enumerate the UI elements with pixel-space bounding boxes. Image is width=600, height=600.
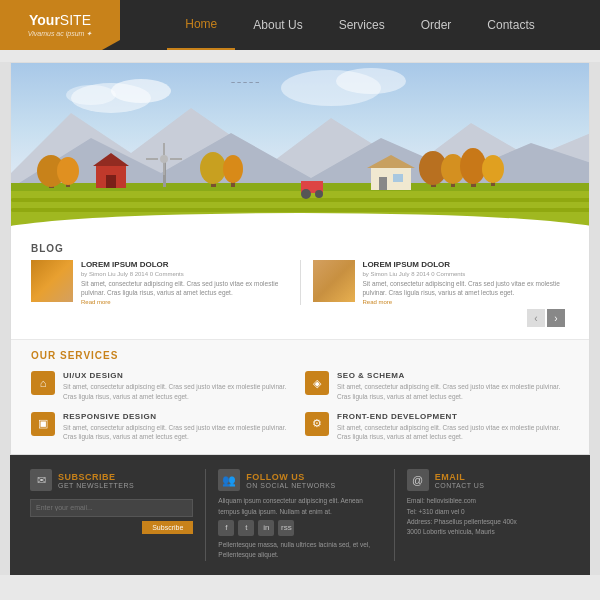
- svg-rect-18: [393, 174, 403, 182]
- service-text-2: Sit amet, consectetur adipiscing elit. C…: [63, 423, 295, 443]
- social-icons: f t in rss: [218, 520, 381, 536]
- footer-divider-1: [205, 469, 206, 561]
- svg-rect-14: [106, 175, 116, 188]
- linkedin-icon[interactable]: in: [258, 520, 274, 536]
- svg-point-42: [301, 189, 311, 199]
- blog-navigation: ‹ ›: [31, 305, 569, 331]
- service-content-0: UI/UX DESIGN Sit amet, consectetur adipi…: [63, 371, 295, 402]
- footer-subscribe-col: ✉ SUBSCRIBE GET NEWSLETTERS Subscribe: [30, 469, 193, 561]
- service-item-2: ▣ RESPONSIVE DESIGN Sit amet, consectetu…: [31, 412, 295, 443]
- service-name-0: UI/UX DESIGN: [63, 371, 295, 380]
- logo-text: YourSITE: [29, 12, 91, 28]
- svg-point-43: [315, 190, 323, 198]
- nav-home[interactable]: Home: [167, 0, 235, 50]
- svg-point-3: [66, 85, 116, 105]
- blog-text-2: Sit amet, consectetur adipiscing elit. C…: [363, 279, 570, 297]
- rss-icon[interactable]: rss: [278, 520, 294, 536]
- svg-point-32: [223, 155, 243, 183]
- service-name-1: SEO & SCHEMA: [337, 371, 569, 380]
- email-icon: @: [407, 469, 429, 491]
- email-title: EMAIL: [435, 472, 485, 482]
- service-item-0: ⌂ UI/UX DESIGN Sit amet, consectetur adi…: [31, 371, 295, 402]
- blog-title-1: LOREM IPSUM DOLOR: [81, 260, 288, 269]
- twitter-icon[interactable]: t: [238, 520, 254, 536]
- service-name-3: FRONT-END DEVELOPMENT: [337, 412, 569, 421]
- blog-meta-1: by Simon Liu July 8 2014 0 Comments: [81, 271, 288, 277]
- follow-social-text: Pellentesque massa, nulla ultrices lacin…: [218, 540, 381, 561]
- subscribe-input[interactable]: [30, 499, 193, 517]
- logo[interactable]: YourSITE Vivamus ac ipsum ✦: [0, 0, 120, 50]
- services-title: OUR SERVICES: [31, 350, 569, 361]
- footer: ✉ SUBSCRIBE GET NEWSLETTERS Subscribe 👥 …: [10, 455, 590, 575]
- service-content-1: SEO & SCHEMA Sit amet, consectetur adipi…: [337, 371, 569, 402]
- blog-text-1: Sit amet, consectetur adipiscing elit. C…: [81, 279, 288, 297]
- svg-rect-15: [371, 168, 411, 190]
- service-content-3: FRONT-END DEVELOPMENT Sit amet, consecte…: [337, 412, 569, 443]
- blog-readmore-1[interactable]: Read more: [81, 299, 288, 305]
- footer-subscribe-header: ✉ SUBSCRIBE GET NEWSLETTERS: [30, 469, 193, 491]
- blog-readmore-2[interactable]: Read more: [363, 299, 570, 305]
- footer-email-col: @ EMAIL CONTACT US Email: hellovisiblee.…: [407, 469, 570, 561]
- svg-point-5: [336, 68, 406, 94]
- svg-text:~ ~ ~ ~ ~: ~ ~ ~ ~ ~: [231, 79, 259, 86]
- header: YourSITE Vivamus ac ipsum ✦ Home About U…: [0, 0, 600, 50]
- services-grid: ⌂ UI/UX DESIGN Sit amet, consectetur adi…: [31, 371, 569, 442]
- hero-scene: ~ ~ ~ ~ ~: [11, 63, 589, 233]
- follow-title: FOLLOW US: [246, 472, 335, 482]
- follow-subtitle: ON SOCIAL NETWORKS: [246, 482, 335, 489]
- subscribe-button[interactable]: Subscribe: [142, 521, 193, 534]
- service-icon-1: ◈: [305, 371, 329, 395]
- subscribe-subtitle: GET NEWSLETTERS: [58, 482, 134, 489]
- svg-point-20: [160, 155, 168, 163]
- follow-text: Aliquam ipsum consectetur adipiscing eli…: [218, 496, 381, 517]
- footer-follow-header: 👥 FOLLOW US ON SOCIAL NETWORKS: [218, 469, 381, 491]
- blog-content-1: LOREM IPSUM DOLOR by Simon Liu July 8 20…: [81, 260, 288, 305]
- service-text-3: Sit amet, consectetur adipiscing elit. C…: [337, 423, 569, 443]
- footer-address: Address: Phasellus pellentesque 400x: [407, 517, 570, 527]
- footer-divider-2: [394, 469, 395, 561]
- nav-contacts[interactable]: Contacts: [469, 0, 552, 50]
- blog-divider: [300, 260, 301, 305]
- follow-icon: 👥: [218, 469, 240, 491]
- svg-point-2: [111, 79, 171, 103]
- nav-order[interactable]: Order: [403, 0, 470, 50]
- subscribe-icon: ✉: [30, 469, 52, 491]
- logo-tagline: Vivamus ac ipsum ✦: [28, 30, 93, 38]
- follow-title-group: FOLLOW US ON SOCIAL NETWORKS: [246, 472, 335, 489]
- service-icon-3: ⚙: [305, 412, 329, 436]
- blog-prev-button[interactable]: ‹: [527, 309, 545, 327]
- main-nav: Home About Us Services Order Contacts: [120, 0, 600, 50]
- svg-rect-17: [379, 177, 387, 190]
- service-name-2: RESPONSIVE DESIGN: [63, 412, 295, 421]
- svg-rect-11: [11, 208, 589, 212]
- service-icon-0: ⌂: [31, 371, 55, 395]
- email-title-group: EMAIL CONTACT US: [435, 472, 485, 489]
- subscribe-title: SUBSCRIBE: [58, 472, 134, 482]
- services-section: OUR SERVICES ⌂ UI/UX DESIGN Sit amet, co…: [11, 339, 589, 454]
- footer-tel: Tel: +310 diam vel 0: [407, 507, 570, 517]
- svg-point-30: [200, 152, 226, 184]
- blog-post-2: LOREM IPSUM DOLOR by Simon Liu July 8 20…: [313, 260, 570, 305]
- svg-point-38: [460, 148, 486, 184]
- svg-point-28: [57, 157, 79, 185]
- blog-next-button[interactable]: ›: [547, 309, 565, 327]
- subscribe-title-group: SUBSCRIBE GET NEWSLETTERS: [58, 472, 134, 489]
- footer-email: Email: hellovisiblee.com: [407, 496, 570, 506]
- blog-label: BLOG: [31, 243, 569, 254]
- blog-post-1: LOREM IPSUM DOLOR by Simon Liu July 8 20…: [31, 260, 288, 305]
- footer-city: 3000 Lobortis vehicula, Mauris: [407, 527, 570, 537]
- service-item-1: ◈ SEO & SCHEMA Sit amet, consectetur adi…: [305, 371, 569, 402]
- nav-about[interactable]: About Us: [235, 0, 320, 50]
- nav-services[interactable]: Services: [321, 0, 403, 50]
- blog-content-2: LOREM IPSUM DOLOR by Simon Liu July 8 20…: [363, 260, 570, 305]
- hero-image: ~ ~ ~ ~ ~: [11, 63, 589, 233]
- main-content: ~ ~ ~ ~ ~ BLOG LOREM IPSUM DOLOR by Simo…: [10, 62, 590, 455]
- svg-rect-10: [11, 198, 589, 202]
- service-icon-2: ▣: [31, 412, 55, 436]
- blog-section: BLOG LOREM IPSUM DOLOR by Simon Liu July…: [11, 233, 589, 339]
- service-text-1: Sit amet, consectetur adipiscing elit. C…: [337, 382, 569, 402]
- blog-thumb-2: [313, 260, 355, 302]
- service-item-3: ⚙ FRONT-END DEVELOPMENT Sit amet, consec…: [305, 412, 569, 443]
- svg-point-40: [482, 155, 504, 183]
- facebook-icon[interactable]: f: [218, 520, 234, 536]
